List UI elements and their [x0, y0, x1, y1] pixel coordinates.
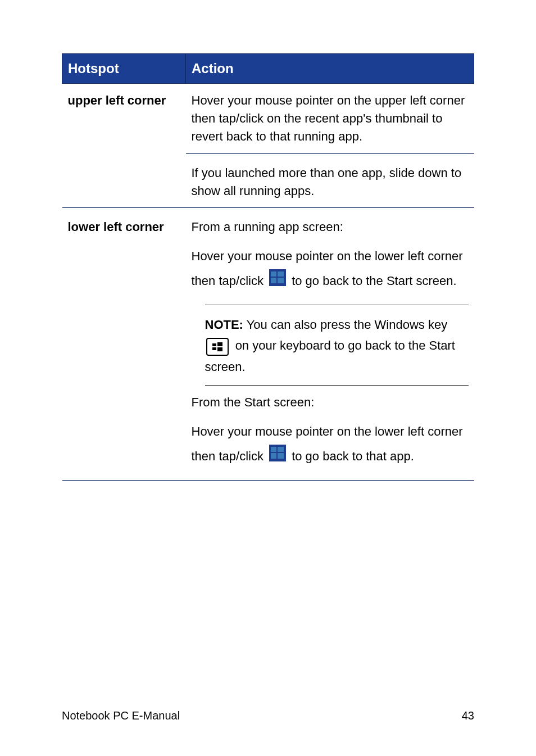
row-lower-left-label: lower left corner — [62, 208, 186, 480]
start-intro: From the Start screen: — [192, 393, 469, 411]
start-tile-icon — [269, 445, 286, 470]
note-label: NOTE: — [205, 318, 243, 332]
start-body: Hover your mouse pointer on the lower le… — [192, 419, 469, 470]
start-post: to go back to that app. — [292, 449, 414, 463]
running-body: Hover your mouse pointer on the lower le… — [192, 244, 469, 295]
svg-rect-7 — [212, 347, 216, 350]
start-tile-icon — [269, 269, 286, 295]
svg-rect-2 — [278, 271, 284, 277]
page-content: Hotspot Action upper left corner Hover y… — [0, 0, 536, 481]
svg-rect-11 — [278, 447, 284, 452]
page-footer: Notebook PC E-Manual 43 — [62, 709, 474, 722]
svg-rect-8 — [217, 347, 222, 351]
svg-rect-13 — [278, 453, 284, 459]
note-box: NOTE: You can also press the Windows key… — [205, 305, 469, 386]
row-upper-left-label: upper left corner — [62, 84, 186, 208]
svg-rect-3 — [271, 278, 276, 283]
header-hotspot: Hotspot — [62, 54, 186, 84]
svg-rect-10 — [271, 447, 276, 452]
svg-rect-5 — [212, 343, 216, 346]
row-lower-left-action: From a running app screen: Hover your mo… — [186, 208, 474, 480]
running-intro: From a running app screen: — [192, 218, 469, 236]
row-upper-left-p1: Hover your mouse pointer on the upper le… — [186, 84, 474, 154]
hotspot-table: Hotspot Action upper left corner Hover y… — [62, 53, 474, 481]
footer-page-number: 43 — [462, 709, 474, 722]
note-post: on your keyboard to go back to the Start… — [205, 338, 455, 373]
svg-rect-1 — [271, 271, 276, 277]
svg-rect-6 — [217, 342, 222, 346]
windows-key-icon — [206, 338, 229, 356]
note-pre: You can also press the Windows key — [243, 318, 447, 332]
svg-rect-4 — [278, 278, 284, 283]
header-action: Action — [186, 54, 474, 84]
svg-rect-12 — [271, 453, 276, 459]
running-post: to go back to the Start screen. — [292, 274, 457, 288]
row-upper-left-p2: If you launched more than one app, slide… — [186, 153, 474, 208]
footer-title: Notebook PC E-Manual — [62, 709, 180, 722]
